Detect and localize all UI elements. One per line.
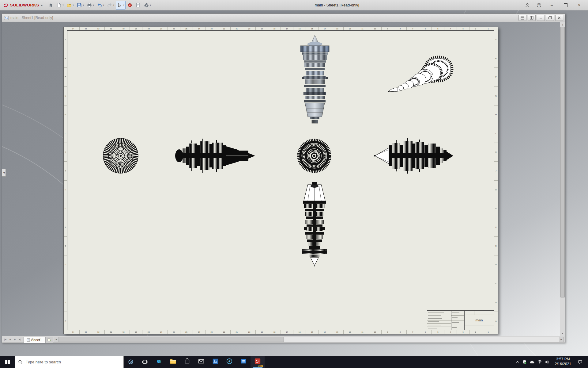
vertical-scrollbar[interactable]: ▲ ▼ — [560, 22, 565, 336]
doc-close-button[interactable] — [555, 15, 563, 21]
dropdown-caret-icon[interactable]: ▾ — [62, 4, 64, 6]
zone-label: 11 — [356, 330, 368, 334]
zone-label: 10 — [369, 330, 381, 334]
zone-label: 20 — [243, 330, 255, 334]
zone-label: 22 — [218, 27, 230, 30]
mail-taskbar-button[interactable] — [194, 356, 208, 368]
rebuild-button[interactable] — [126, 1, 134, 10]
dropdown-caret-icon[interactable]: ▾ — [103, 4, 104, 6]
taskbar-clock[interactable]: 3:57 PM 2/16/2021 — [552, 356, 574, 368]
photos-taskbar-button[interactable] — [208, 356, 222, 368]
zone-label: K — [494, 143, 498, 161]
doc-restore-button[interactable] — [546, 15, 554, 21]
search-input[interactable] — [25, 359, 120, 365]
new-button[interactable]: ▾ — [55, 1, 65, 10]
dropdown-caret-icon[interactable]: ▾ — [83, 4, 84, 6]
onedrive-icon[interactable] — [530, 360, 535, 364]
home-button[interactable] — [47, 1, 55, 10]
maximize-button[interactable] — [559, 0, 572, 10]
first-sheet-button[interactable]: |◀ — [3, 337, 8, 342]
close-button[interactable]: × — [572, 0, 586, 10]
zone-label: M — [494, 105, 498, 124]
windows-security-icon[interactable] — [522, 360, 527, 364]
minimize-button[interactable]: – — [545, 0, 559, 10]
save-button[interactable]: ▾ — [75, 1, 85, 10]
add-sheet-button[interactable] — [45, 337, 53, 343]
document-title-bar[interactable]: main - Sheet1 [Read-only] — [2, 14, 565, 22]
maximize-icon — [564, 3, 567, 7]
zone-label: M — [64, 105, 67, 124]
previous-sheet-button[interactable]: ◀ — [8, 337, 13, 342]
network-icon[interactable] — [537, 360, 542, 364]
zone-label: 5 — [432, 27, 444, 30]
start-button[interactable] — [0, 356, 15, 368]
print-button[interactable]: ▾ — [85, 1, 95, 10]
home-icon — [48, 2, 54, 8]
file-properties-button[interactable] — [134, 1, 142, 10]
scroll-right-arrow-icon[interactable]: ▶ — [559, 337, 564, 342]
undo-button[interactable]: ▾ — [96, 1, 105, 10]
doc-minimize-button[interactable] — [537, 15, 545, 21]
drawing-canvas[interactable]: 3433323130292827262524232221201918171615… — [2, 22, 565, 336]
dropdown-caret-icon[interactable]: ▾ — [93, 4, 94, 6]
open-button[interactable]: ▾ — [65, 1, 75, 10]
drawing-view-bottom[interactable] — [297, 181, 333, 271]
dropdown-caret-icon[interactable]: ▾ — [123, 4, 124, 6]
zone-label: 6 — [419, 27, 432, 30]
help-button[interactable]: ? — [533, 0, 545, 10]
next-sheet-button[interactable]: ▶ — [13, 337, 17, 342]
scroll-up-arrow-icon[interactable]: ▲ — [560, 22, 565, 27]
feature-panel-flyout-handle[interactable]: ◀ — [2, 169, 6, 177]
task-view-icon — [142, 359, 148, 365]
microsoft-store-taskbar-button[interactable] — [180, 356, 194, 368]
dropdown-caret-icon[interactable]: ▾ — [73, 4, 74, 6]
microsoft-edge-taskbar-button[interactable]: e — [152, 356, 166, 368]
mdi-background: main - Sheet1 [Read-only] 34333231302928… — [0, 10, 588, 356]
solidworks-taskbar-button[interactable]: 2021 — [251, 356, 265, 368]
zone-label: 31 — [104, 330, 117, 334]
select-icon — [117, 2, 123, 8]
title-block[interactable]: main — [427, 310, 494, 330]
svg-text:e: e — [157, 358, 161, 365]
select-button[interactable]: ▾ — [116, 1, 126, 10]
cortana-button[interactable] — [124, 356, 138, 368]
drawing-sheet[interactable]: 3433323130292827262524232221201918171615… — [63, 27, 498, 334]
taskbar-search[interactable] — [15, 356, 124, 368]
task-view-button[interactable] — [138, 356, 152, 368]
drawing-view-front-fan[interactable] — [103, 138, 139, 174]
apps-window-taskbar-button[interactable] — [236, 356, 251, 368]
show-desktop-button[interactable] — [586, 356, 588, 368]
drawing-view-front-center[interactable] — [296, 138, 332, 174]
zone-label: C — [64, 274, 67, 293]
drawing-view-isometric[interactable] — [379, 52, 454, 102]
volume-icon[interactable] — [545, 360, 549, 364]
media-player-taskbar-button[interactable] — [222, 356, 236, 368]
zone-label: C — [494, 274, 498, 293]
document-title: main - Sheet1 [Read-only] — [10, 16, 517, 20]
horizontal-scrollbar-track[interactable] — [59, 337, 559, 342]
dropdown-caret-icon[interactable]: ▾ — [150, 4, 151, 6]
vertical-scrollbar-thumb[interactable] — [560, 27, 565, 297]
zone-label: 30 — [117, 27, 130, 30]
menu-expand-arrow-icon[interactable]: ▸ — [41, 4, 43, 7]
solidworks-logo[interactable]: SOLIDWORKS ▸ — [3, 2, 43, 8]
redo-button[interactable]: ▾ — [106, 1, 115, 10]
hidden-icons-icon[interactable] — [516, 360, 519, 364]
action-center-button[interactable] — [574, 356, 586, 368]
horizontal-scrollbar-thumb[interactable] — [59, 337, 284, 342]
tile-vertical-button[interactable] — [528, 15, 536, 21]
account-button[interactable] — [522, 0, 533, 10]
file-explorer-taskbar-button[interactable] — [166, 356, 180, 368]
drawing-view-shaded-front[interactable] — [295, 35, 335, 125]
tile-horizontal-button[interactable] — [518, 15, 526, 21]
drawing-view-right-side[interactable] — [372, 136, 462, 175]
options-button[interactable]: ▾ — [142, 1, 152, 10]
dropdown-caret-icon[interactable]: ▾ — [113, 4, 114, 6]
drawing-view-left-side[interactable] — [173, 136, 263, 175]
mail-icon — [198, 358, 205, 366]
scroll-down-arrow-icon[interactable]: ▼ — [560, 331, 565, 336]
scroll-left-arrow-icon[interactable]: ◀ — [54, 337, 59, 342]
horizontal-scrollbar[interactable]: ◀ ▶ — [54, 337, 564, 342]
last-sheet-button[interactable]: ▶| — [17, 337, 22, 342]
tab-sheet1[interactable]: Sheet1 — [24, 337, 45, 343]
